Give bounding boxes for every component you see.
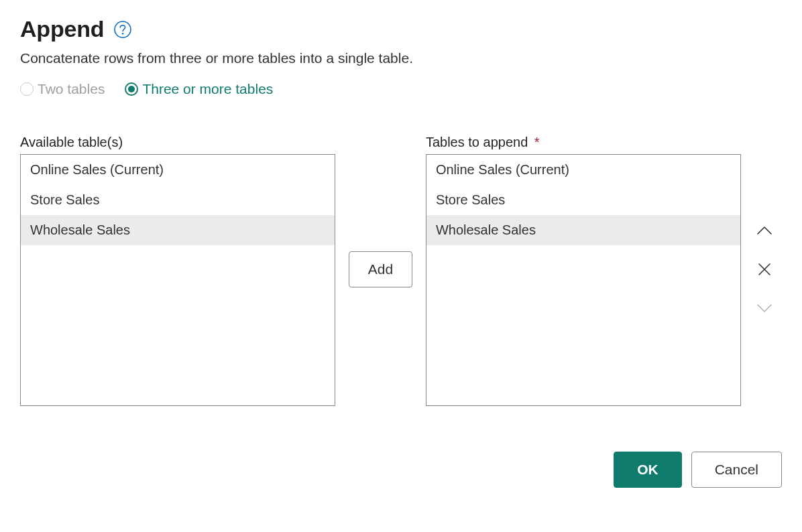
- radio-three-or-more-tables[interactable]: Three or more tables: [125, 81, 273, 97]
- list-item[interactable]: Store Sales: [21, 185, 335, 215]
- required-asterisk: *: [534, 135, 540, 149]
- list-item[interactable]: Store Sales: [426, 185, 740, 215]
- cancel-button[interactable]: Cancel: [691, 452, 782, 488]
- radio-two-tables-label: Two tables: [38, 81, 105, 97]
- dialog-footer: OK Cancel: [20, 452, 782, 488]
- svg-point-1: [122, 33, 123, 34]
- append-mode-radio-group: Two tables Three or more tables: [20, 81, 782, 97]
- list-item[interactable]: Wholesale Sales: [426, 215, 740, 245]
- tables-to-append-listbox[interactable]: Online Sales (Current)Store SalesWholesa…: [426, 154, 741, 406]
- move-up-button[interactable]: [755, 221, 774, 240]
- help-icon[interactable]: [113, 20, 132, 39]
- chevron-up-icon: [756, 225, 772, 236]
- list-item[interactable]: Online Sales (Current): [21, 155, 335, 185]
- ok-button[interactable]: OK: [614, 452, 682, 488]
- tables-to-append-label-text: Tables to append: [426, 135, 528, 149]
- lists-row: Available table(s) Online Sales (Current…: [20, 135, 782, 406]
- reorder-column: [748, 135, 782, 387]
- radio-two-tables[interactable]: Two tables: [20, 81, 105, 97]
- radio-circle-icon: [125, 82, 138, 96]
- list-item[interactable]: Wholesale Sales: [21, 215, 335, 245]
- append-dialog: Append Concatenate rows from three or mo…: [0, 0, 802, 508]
- transfer-column: Add: [342, 135, 419, 387]
- tables-to-append-label: Tables to append *: [426, 135, 741, 150]
- chevron-down-icon: [756, 303, 772, 314]
- move-down-button[interactable]: [755, 299, 774, 318]
- available-tables-column: Available table(s) Online Sales (Current…: [20, 135, 335, 406]
- radio-three-or-more-tables-label: Three or more tables: [142, 81, 273, 97]
- dialog-description: Concatenate rows from three or more tabl…: [20, 50, 782, 66]
- tables-to-append-column: Tables to append * Online Sales (Current…: [426, 135, 741, 406]
- remove-button[interactable]: [755, 260, 774, 279]
- add-button[interactable]: Add: [349, 251, 412, 287]
- available-tables-label: Available table(s): [20, 135, 335, 150]
- radio-circle-icon: [20, 82, 34, 96]
- available-tables-listbox[interactable]: Online Sales (Current)Store SalesWholesa…: [20, 154, 335, 406]
- dialog-title: Append: [20, 16, 104, 42]
- title-row: Append: [20, 16, 782, 42]
- close-icon: [757, 262, 772, 277]
- svg-point-0: [115, 21, 131, 38]
- list-item[interactable]: Online Sales (Current): [426, 155, 740, 185]
